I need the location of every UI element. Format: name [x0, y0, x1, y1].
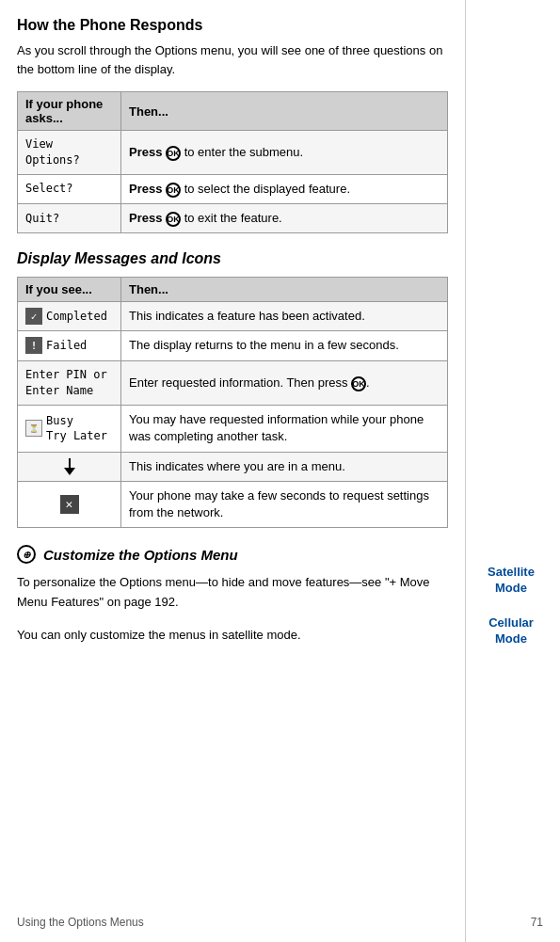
display-row5-icon-cell	[18, 452, 121, 481]
table1-row3-col2: Press OK to exit the feature.	[121, 203, 448, 232]
table-row: Enter PIN or Enter Name Enter requested …	[18, 360, 448, 406]
enter-pin-label: Enter PIN or	[25, 367, 107, 383]
sidebar-cellular-label: CellularMode	[488, 615, 534, 647]
arrow-down-icon	[64, 468, 75, 475]
customize-heading-text: Customize the Options Menu	[43, 547, 238, 563]
footer-left: Using the Options Menus	[17, 916, 144, 929]
ok-badge-4: OK	[351, 376, 366, 391]
display-row4-desc: You may have requested information while…	[121, 406, 448, 452]
display-row6-icon-cell: ✕	[18, 481, 121, 527]
section1-heading: How the Phone Responds	[17, 17, 448, 34]
table-row: Quit? Press OK to exit the feature.	[18, 203, 448, 232]
table-row: ⏳ Busy Try Later You may have requested …	[18, 406, 448, 452]
arrow-line-top	[69, 458, 71, 468]
table-row: View Options? Press OK to enter the subm…	[18, 131, 448, 175]
customize-para1: To personalize the Options menu—to hide …	[17, 573, 448, 613]
display-row6-desc: Your phone may take a few seconds to req…	[121, 481, 448, 527]
completed-label: Completed	[46, 309, 107, 325]
busy-icon: ⏳	[25, 420, 42, 437]
phone-responds-table: If your phone asks... Then... View Optio…	[17, 91, 448, 233]
network-icon: ✕	[60, 495, 79, 514]
table-row: Select? Press OK to select the displayed…	[18, 174, 448, 203]
display-row4-icon-cell: ⏳ Busy Try Later	[18, 406, 121, 452]
exclamation-icon: !	[25, 337, 42, 354]
table-row: ✕ Your phone may take a few seconds to r…	[18, 481, 448, 527]
table1-row3-col1: Quit?	[18, 203, 121, 232]
section1-intro: As you scroll through the Options menu, …	[17, 41, 448, 78]
side-panel: SatelliteMode CellularMode	[466, 0, 560, 942]
display-row3-icon-cell: Enter PIN or Enter Name	[18, 360, 121, 406]
ok-badge-2: OK	[166, 183, 181, 198]
ok-badge-1: OK	[166, 146, 181, 161]
table-row: ! Failed The display returns to the menu…	[18, 331, 448, 360]
table1-row1-col2: Press OK to enter the submenu.	[121, 131, 448, 175]
table2-col2-header: Then...	[121, 278, 448, 302]
checkmark-icon: ✓	[25, 308, 42, 325]
table1-row1-col1: View Options?	[18, 131, 121, 175]
customize-para2: You can only customize the menus in sate…	[17, 626, 448, 646]
page-footer: Using the Options Menus 71	[0, 916, 560, 929]
sidebar-satellite-label: SatelliteMode	[488, 565, 535, 597]
page-wrapper: How the Phone Responds As you scroll thr…	[0, 0, 560, 942]
main-content: How the Phone Responds As you scroll thr…	[0, 0, 466, 942]
busy-label: Busy	[46, 413, 107, 429]
ok-badge-3: OK	[166, 212, 181, 227]
display-row1-desc: This indicates a feature has been activa…	[121, 302, 448, 331]
customize-heading: ⊕ Customize the Options Menu	[17, 545, 448, 564]
try-later-label: Try Later	[46, 428, 107, 444]
section2-heading: Display Messages and Icons	[17, 250, 448, 267]
display-row2-icon-cell: ! Failed	[18, 331, 121, 360]
display-row3-desc: Enter requested information. Then press …	[121, 360, 448, 406]
table1-col1-header: If your phone asks...	[18, 92, 121, 131]
table2-col1-header: If you see...	[18, 278, 121, 302]
footer-right: 71	[531, 916, 543, 929]
enter-name-label: Enter Name	[25, 383, 93, 399]
table1-row2-col1: Select?	[18, 174, 121, 203]
table1-col2-header: Then...	[121, 92, 448, 131]
display-row2-desc: The display returns to the menu in a few…	[121, 331, 448, 360]
table1-row2-col2: Press OK to select the displayed feature…	[121, 174, 448, 203]
display-messages-table: If you see... Then... ✓ Completed This i…	[17, 277, 448, 528]
display-row5-desc: This indicates where you are in a menu.	[121, 452, 448, 481]
table-row: This indicates where you are in a menu.	[18, 452, 448, 481]
globe-icon: ⊕	[17, 545, 36, 564]
failed-label: Failed	[46, 338, 87, 354]
display-row1-icon-cell: ✓ Completed	[18, 302, 121, 331]
table-row: ✓ Completed This indicates a feature has…	[18, 302, 448, 331]
